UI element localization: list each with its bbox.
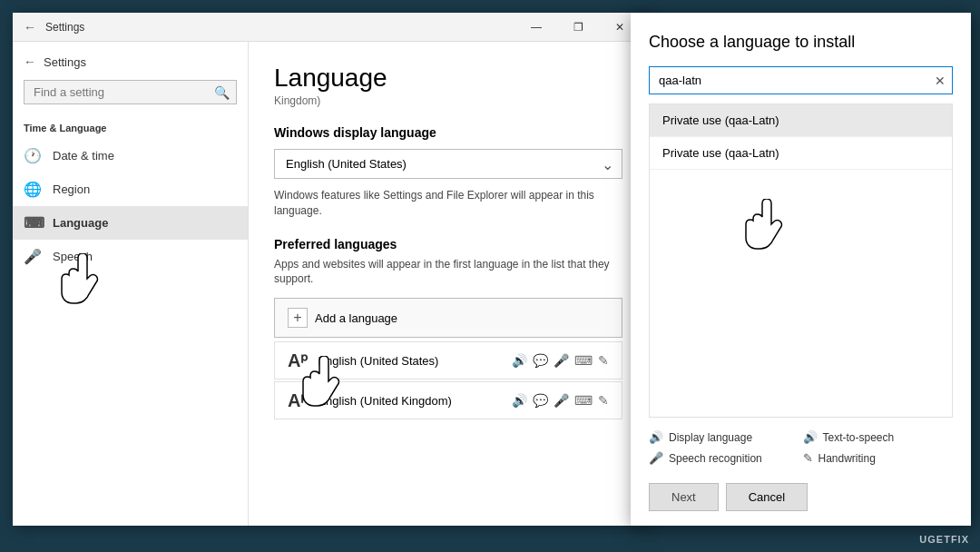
preferred-languages-heading: Preferred languages: [274, 237, 622, 251]
feature-icon-mic: 🎤: [554, 353, 569, 368]
sidebar: ← Settings 🔍 Time & Language 🕐 Date & ti…: [13, 42, 249, 526]
minimize-button[interactable]: —: [515, 13, 557, 42]
language-item-us-left: Aᵖ English (United States): [288, 350, 438, 371]
keyboard-icon: ⌨: [24, 214, 42, 232]
result-item-0[interactable]: Private use (qaa-Latn): [650, 104, 952, 137]
window-body: ← Settings 🔍 Time & Language 🕐 Date & ti…: [13, 42, 648, 526]
add-language-label: Add a language: [315, 311, 397, 325]
display-language-select[interactable]: English (United States): [274, 149, 622, 179]
title-bar-left: ← Settings: [24, 20, 84, 34]
feature-icon-chat: 💬: [533, 353, 548, 368]
feature-tts: 🔊 Text-to-speech: [803, 430, 954, 444]
search-icon: 🔍: [214, 85, 230, 100]
title-bar-controls: — ❐ ✕: [515, 16, 637, 38]
title-bar: ← Settings — ❐ ✕: [13, 13, 648, 42]
sidebar-item-region[interactable]: 🌐 Region: [13, 172, 248, 206]
add-language-button[interactable]: + Add a language: [274, 298, 622, 338]
language-feature-icons-uk: 🔊 💬 🎤 ⌨ ✎: [512, 393, 609, 408]
search-result-list: Private use (qaa-Latn) Private use (qaa-…: [649, 104, 953, 418]
dialog-actions: Next Cancel: [631, 474, 971, 526]
feature-icon-keyboard: ⌨: [574, 353, 593, 368]
lang-a-icon-us: Aᵖ: [288, 350, 309, 371]
nav-label-region: Region: [53, 182, 90, 196]
feature-icon-pen: ✎: [598, 353, 609, 368]
sidebar-back-label: Settings: [44, 55, 86, 69]
feature-icon-speaker-uk: 🔊: [512, 393, 527, 408]
nav-label-speech: Speech: [53, 250, 93, 263]
feature-handwriting-label: Handwriting: [818, 452, 876, 465]
handwriting-icon: ✎: [803, 451, 813, 465]
next-button[interactable]: Next: [649, 483, 719, 511]
preferred-languages-description: Apps and websites will appear in the fir…: [274, 257, 622, 288]
sidebar-item-speech[interactable]: 🎤 Speech: [13, 240, 248, 273]
nav-label-date-time: Date & time: [53, 149, 114, 163]
language-feature-icons-us: 🔊 💬 🎤 ⌨ ✎: [512, 353, 609, 368]
feature-icon-mic-uk: 🎤: [554, 393, 569, 408]
sidebar-back-icon: ←: [24, 54, 36, 69]
page-subtitle: Kingdom): [274, 94, 622, 107]
clock-icon: 🕐: [24, 147, 42, 164]
language-name-us: English (United States): [318, 354, 438, 368]
feature-handwriting: ✎ Handwriting: [803, 451, 954, 465]
install-language-dialog: Choose a language to install ✕ Private u…: [631, 13, 971, 526]
main-content: Language Kingdom) Windows display langua…: [249, 42, 648, 526]
feature-icon-pen-uk: ✎: [598, 393, 609, 408]
search-box: 🔍: [24, 80, 237, 104]
feature-tts-label: Text-to-speech: [823, 431, 895, 444]
display-lang-icon: 🔊: [649, 430, 663, 444]
speech-rec-icon: 🎤: [649, 451, 663, 465]
lang-a-icon-uk: Aᵖ: [288, 389, 309, 411]
sidebar-item-date-time[interactable]: 🕐 Date & time: [13, 139, 248, 172]
feature-speech-recognition-label: Speech recognition: [669, 452, 762, 465]
window-title: Settings: [45, 21, 84, 34]
feature-display-language: 🔊 Display language: [649, 430, 799, 444]
result-item-1[interactable]: Private use (qaa-Latn): [650, 137, 952, 170]
cancel-button[interactable]: Cancel: [726, 483, 808, 511]
restore-button[interactable]: ❐: [557, 13, 599, 42]
watermark: UGETFIX: [919, 534, 969, 545]
sidebar-back-button[interactable]: ← Settings: [13, 49, 248, 74]
search-input[interactable]: [24, 80, 237, 104]
feature-display-language-label: Display language: [669, 431, 752, 444]
tts-icon: 🔊: [803, 430, 818, 444]
mic-icon: 🎤: [24, 248, 42, 265]
back-arrow-icon[interactable]: ←: [24, 20, 36, 34]
feature-speech-recognition: 🎤 Speech recognition: [649, 451, 799, 465]
dialog-title: Choose a language to install: [631, 13, 971, 66]
settings-window: ← Settings — ❐ ✕ ← Settings 🔍 Time & Lan…: [13, 13, 648, 526]
display-language-description: Windows features like Settings and File …: [274, 188, 622, 219]
dialog-search-input[interactable]: [649, 66, 953, 94]
page-title: Language: [274, 64, 622, 93]
dialog-features: 🔊 Display language 🔊 Text-to-speech 🎤 Sp…: [631, 418, 971, 474]
windows-display-lang-heading: Windows display language: [274, 125, 622, 140]
feature-icon-chat-uk: 💬: [533, 393, 548, 408]
sidebar-item-language[interactable]: ⌨ Language: [13, 206, 248, 240]
language-item-us[interactable]: Aᵖ English (United States) 🔊 💬 🎤 ⌨ ✎: [274, 341, 622, 380]
dialog-search-clear-icon[interactable]: ✕: [935, 74, 946, 88]
feature-icon-keyboard-uk: ⌨: [574, 393, 593, 408]
globe-icon: 🌐: [24, 181, 42, 198]
language-item-uk-left: Aᵖ English (United Kingdom): [288, 389, 452, 411]
plus-icon: +: [288, 308, 308, 328]
feature-icon-speaker: 🔊: [512, 353, 527, 368]
language-name-uk: English (United Kingdom): [318, 394, 451, 408]
dialog-search-wrapper: ✕: [649, 66, 953, 94]
sidebar-section-label: Time & Language: [13, 110, 248, 139]
nav-label-language: Language: [53, 216, 108, 230]
display-language-dropdown-wrapper: English (United States) ⌄: [274, 149, 622, 179]
language-item-uk[interactable]: Aᵖ English (United Kingdom) 🔊 💬 🎤 ⌨ ✎: [274, 381, 622, 419]
